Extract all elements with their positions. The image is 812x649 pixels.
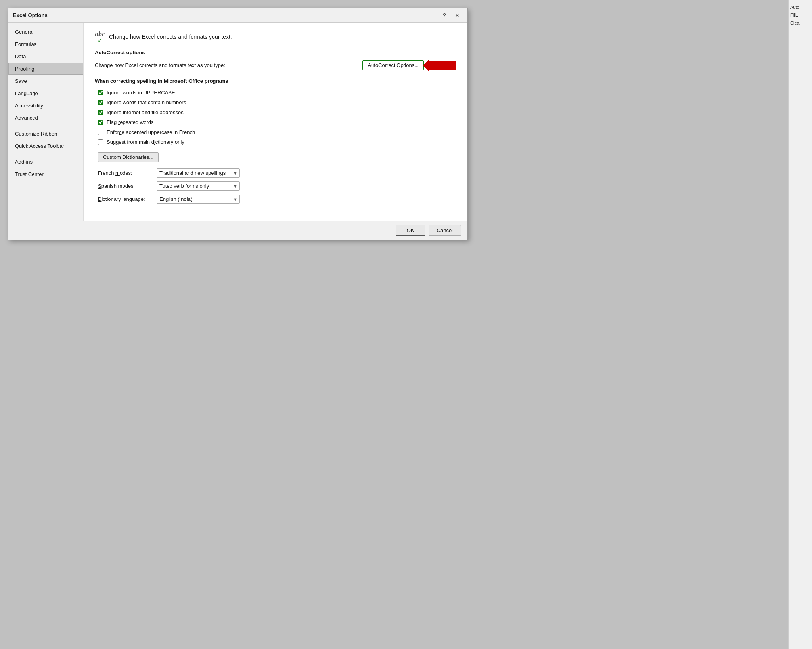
sidebar-item-proofing[interactable]: Proofing	[8, 63, 83, 75]
checkbox-ignore-uppercase[interactable]	[98, 90, 103, 95]
sidebar-item-save[interactable]: Save	[8, 75, 83, 87]
autocorrect-section: AutoCorrect options Change how Excel cor…	[95, 50, 456, 70]
autocorrect-row: Change how Excel corrects and formats te…	[95, 60, 456, 70]
checkbox-row-ignore-numbers: Ignore words that contain numbers	[95, 99, 456, 105]
help-button[interactable]: ?	[439, 11, 450, 20]
autocorrect-row-right: AutoCorrect Options...	[362, 60, 456, 70]
dialog-title: Excel Options	[13, 12, 48, 18]
checkbox-row-ignore-uppercase: Ignore words in UPPERCASE	[95, 90, 456, 95]
dict-language-dropdown-wrapper: English (India) English (US) English (UK…	[157, 195, 240, 204]
excel-options-dialog: Excel Options ? ✕ General Formulas Data …	[8, 8, 468, 240]
dropdown-row-dict-language: Dictionary language: English (India) Eng…	[98, 195, 456, 204]
content-header: abc ✓ Change how Excel corrects and form…	[95, 31, 456, 43]
checkbox-row-suggest-main: Suggest from main dictionary only	[95, 139, 456, 145]
sidebar-item-add-ins[interactable]: Add-ins	[8, 156, 83, 168]
dropdown-row-french: French modes: Traditional and new spelli…	[98, 168, 456, 178]
arrow-body	[429, 61, 456, 70]
checkbox-label-ignore-internet: Ignore Internet and file addresses	[107, 109, 184, 115]
sidebar-item-language[interactable]: Language	[8, 87, 83, 99]
checkbox-label-flag-repeated: Flag repeated words	[107, 119, 154, 125]
checkbox-label-enforce-french: Enforce accented uppercase in French	[107, 129, 195, 135]
excel-background: Auto Fill... Clea...	[788, 0, 812, 649]
header-description: Change how Excel corrects and formats yo…	[109, 34, 232, 40]
sidebar-item-quick-access-toolbar[interactable]: Quick Access Toolbar	[8, 140, 83, 152]
checkbox-ignore-internet[interactable]	[98, 110, 103, 115]
sidebar-divider-2	[8, 154, 83, 154]
sidebar-divider	[8, 126, 83, 126]
sidebar: General Formulas Data Proofing Save Lang…	[8, 23, 84, 221]
arrow-annotation	[429, 61, 456, 70]
sidebar-item-advanced[interactable]: Advanced	[8, 112, 83, 124]
checkbox-row-enforce-french: Enforce accented uppercase in French	[95, 129, 456, 135]
red-arrow	[429, 61, 456, 70]
sidebar-item-accessibility[interactable]: Accessibility	[8, 99, 83, 112]
checkbox-row-flag-repeated: Flag repeated words	[95, 119, 456, 125]
sidebar-item-formulas[interactable]: Formulas	[8, 38, 83, 50]
title-bar: Excel Options ? ✕	[8, 8, 467, 23]
sidebar-item-trust-center[interactable]: Trust Center	[8, 168, 83, 180]
cancel-button[interactable]: Cancel	[429, 225, 461, 236]
dialog-wrapper: Auto Fill... Clea... Excel Options ? ✕ G…	[0, 0, 812, 649]
title-bar-controls: ? ✕	[439, 11, 463, 20]
abc-checkmark: ✓	[98, 38, 102, 43]
ok-button[interactable]: OK	[396, 225, 425, 236]
french-modes-label: French modes:	[98, 170, 153, 176]
spelling-section-title: When correcting spelling in Microsoft Of…	[95, 78, 456, 84]
abc-icon: abc ✓	[95, 31, 105, 43]
spanish-modes-select[interactable]: Tuteo verb forms only Voseo Both forms	[157, 181, 240, 191]
spanish-modes-label: Spanish modes:	[98, 183, 153, 189]
sidebar-item-data[interactable]: Data	[8, 50, 83, 63]
french-modes-dropdown-wrapper: Traditional and new spellings Traditiona…	[157, 168, 240, 178]
checkbox-label-suggest-main: Suggest from main dictionary only	[107, 139, 184, 145]
autocorrect-label: Change how Excel corrects and formats te…	[95, 62, 225, 68]
checkbox-label-ignore-uppercase: Ignore words in UPPERCASE	[107, 90, 175, 95]
dropdown-row-spanish: Spanish modes: Tuteo verb forms only Vos…	[98, 181, 456, 191]
checkbox-enforce-french[interactable]	[98, 130, 103, 135]
autocorrect-section-title: AutoCorrect options	[95, 50, 456, 55]
spanish-modes-dropdown-wrapper: Tuteo verb forms only Voseo Both forms ▼	[157, 181, 240, 191]
dialog-body: General Formulas Data Proofing Save Lang…	[8, 23, 467, 221]
checkbox-suggest-main[interactable]	[98, 139, 103, 145]
checkbox-ignore-numbers[interactable]	[98, 100, 103, 105]
french-modes-select[interactable]: Traditional and new spellings Traditiona…	[157, 168, 240, 178]
dialog-footer: OK Cancel	[8, 221, 467, 240]
abc-text: abc	[95, 31, 105, 38]
dict-language-select[interactable]: English (India) English (US) English (UK…	[157, 195, 240, 204]
autocorrect-options-button[interactable]: AutoCorrect Options...	[362, 60, 424, 70]
custom-dictionaries-button[interactable]: Custom Dictionaries...	[98, 152, 159, 162]
excel-bg-text: Auto Fill... Clea...	[789, 0, 812, 30]
checkbox-row-ignore-internet: Ignore Internet and file addresses	[95, 109, 456, 115]
content-area: abc ✓ Change how Excel corrects and form…	[84, 23, 467, 221]
checkbox-label-ignore-numbers: Ignore words that contain numbers	[107, 99, 186, 105]
dropdown-rows: French modes: Traditional and new spelli…	[98, 168, 456, 204]
sidebar-item-general[interactable]: General	[8, 26, 83, 38]
spelling-section: When correcting spelling in Microsoft Of…	[95, 78, 456, 204]
close-button[interactable]: ✕	[452, 11, 463, 20]
dict-language-label: Dictionary language:	[98, 196, 153, 202]
checkbox-flag-repeated[interactable]	[98, 120, 103, 125]
sidebar-item-customize-ribbon[interactable]: Customize Ribbon	[8, 128, 83, 140]
